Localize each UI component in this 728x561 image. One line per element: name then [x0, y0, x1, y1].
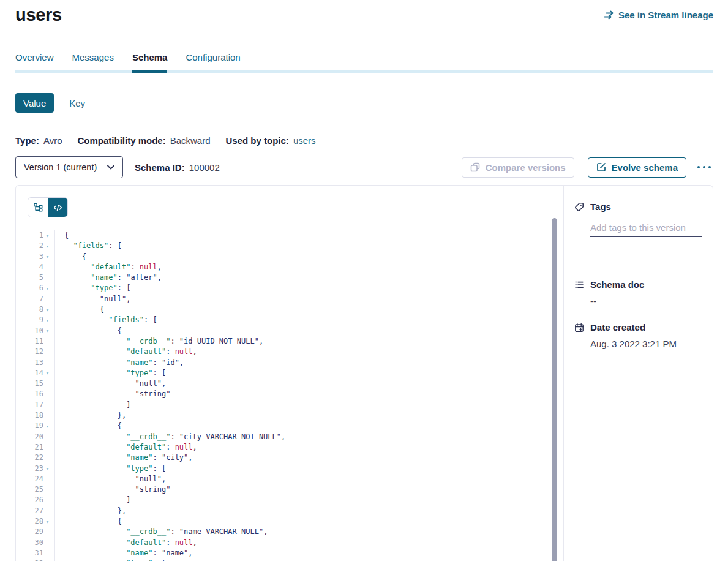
fold-arrow-icon[interactable]: [43, 516, 51, 527]
code-line: 30 "default": null,: [16, 538, 563, 548]
code-line-text: "fields": [: [55, 315, 157, 325]
line-number: 15: [26, 378, 43, 389]
tree-view-button[interactable]: [28, 198, 48, 217]
more-actions-button[interactable]: [695, 162, 713, 172]
stream-lineage-icon: [604, 10, 614, 20]
code-line: 32 "type": [: [16, 559, 563, 561]
code-line: 5 "name": "after",: [16, 273, 563, 283]
schema-panel: 1{2 "fields": [3 {4 "default": null,5 "n…: [15, 185, 713, 561]
used-by-topic-label: Used by topic:: [226, 135, 289, 146]
page-title: users: [15, 5, 62, 25]
meta-type: Type: Avro: [15, 135, 62, 146]
code-view-icon: [53, 203, 62, 212]
line-gutter: 3: [16, 252, 55, 262]
key-toggle-button[interactable]: Key: [69, 98, 85, 108]
line-number: 21: [26, 442, 43, 453]
line-gutter: 8: [16, 304, 55, 315]
compare-versions-button[interactable]: Compare versions: [462, 157, 574, 178]
tab-bar: Overview Messages Schema Configuration: [15, 52, 713, 73]
fold-arrow-icon[interactable]: [43, 559, 51, 561]
version-select-value: Version 1 (current): [24, 162, 97, 172]
code-line: 14 "type": [: [16, 368, 563, 378]
fold-arrow-icon[interactable]: [43, 241, 51, 252]
fold-arrow-icon[interactable]: [43, 367, 51, 378]
code-line-text: "type": [: [55, 283, 130, 293]
code-line-text: "null",: [55, 378, 166, 389]
code-line: 23 "type": [: [16, 464, 563, 474]
evolve-schema-button[interactable]: Evolve schema: [588, 157, 686, 178]
tab-configuration[interactable]: Configuration: [186, 52, 240, 73]
code-line: 2 "fields": [: [16, 241, 563, 251]
code-line: 7 "null",: [16, 294, 563, 304]
line-gutter: 6: [16, 283, 55, 293]
tab-schema[interactable]: Schema: [132, 52, 168, 73]
compatibility-label: Compatibility mode:: [77, 135, 165, 146]
line-gutter: 22: [16, 453, 55, 463]
compatibility-value: Backward: [170, 135, 211, 146]
line-gutter: 7: [16, 294, 55, 304]
code-line: 15 "null",: [16, 378, 563, 389]
line-gutter: 2: [16, 241, 55, 251]
code-line: 6 "type": [: [16, 283, 563, 293]
tag-icon: [574, 202, 584, 212]
code-line-text: "string": [55, 484, 170, 495]
code-line: 29 "__crdb__": "name VARCHAR NULL",: [16, 527, 563, 537]
line-gutter: 16: [16, 389, 55, 399]
schema-id-value: 100002: [189, 162, 220, 173]
fold-arrow-icon[interactable]: [43, 251, 51, 262]
line-number: 13: [26, 358, 43, 368]
schema-page: users See in Stream lineage Overview Mes…: [0, 0, 728, 561]
tab-overview[interactable]: Overview: [15, 52, 54, 73]
line-gutter: 27: [16, 506, 55, 516]
line-number: 23: [26, 464, 43, 474]
fold-arrow-icon[interactable]: [43, 315, 51, 326]
version-toolbar: Version 1 (current) Schema ID: 100002 Co…: [15, 156, 713, 178]
chevron-down-icon: [107, 165, 114, 170]
meta-used-by-topic: Used by topic: users: [226, 135, 316, 146]
line-number: 18: [26, 410, 43, 421]
line-gutter: 18: [16, 410, 55, 421]
editor-scrollbar-thumb[interactable]: [552, 218, 557, 561]
line-number: 25: [26, 484, 43, 495]
value-key-toggle: Value Key: [15, 93, 713, 113]
code-line-text: {: [55, 326, 122, 336]
line-gutter: 4: [16, 262, 55, 273]
line-number: 6: [26, 283, 43, 293]
code-line-text: "__crdb__": "name VARCHAR NULL",: [55, 527, 268, 537]
code-line: 10 {: [16, 326, 563, 336]
fold-arrow-icon[interactable]: [43, 325, 51, 336]
value-toggle-button[interactable]: Value: [15, 93, 54, 113]
fold-arrow-icon[interactable]: [43, 421, 51, 432]
line-number: 1: [26, 230, 43, 241]
line-gutter: 25: [16, 484, 55, 495]
code-line: 17 ]: [16, 400, 563, 410]
tab-messages[interactable]: Messages: [72, 52, 114, 73]
fold-arrow-icon[interactable]: [43, 283, 51, 294]
fold-arrow-icon[interactable]: [43, 230, 51, 241]
type-value: Avro: [43, 135, 62, 146]
line-number: 3: [26, 252, 43, 262]
line-gutter: 1: [16, 230, 55, 241]
line-gutter: 19: [16, 421, 55, 431]
code-view-button[interactable]: [48, 198, 67, 217]
add-tags-input[interactable]: [590, 220, 702, 237]
code-line-text: {: [55, 421, 122, 431]
version-select[interactable]: Version 1 (current): [15, 156, 123, 178]
fold-arrow-icon[interactable]: [43, 304, 51, 315]
code-line-text: "name": "id",: [55, 358, 184, 368]
line-number: 31: [26, 548, 43, 559]
code-line-text: "string": [55, 389, 170, 399]
line-number: 27: [26, 506, 43, 516]
see-in-stream-lineage-link[interactable]: See in Stream lineage: [604, 10, 713, 20]
line-number: 10: [26, 326, 43, 336]
used-by-topic-link[interactable]: users: [293, 135, 316, 146]
code-line: 24 "null",: [16, 474, 563, 484]
line-number: 29: [26, 527, 43, 537]
code-line-text: "name": "after",: [55, 273, 162, 283]
code-line-text: {: [55, 516, 122, 527]
fold-arrow-icon[interactable]: [43, 463, 51, 474]
meta-compatibility: Compatibility mode: Backward: [77, 135, 210, 146]
code-line: 21 "default": null,: [16, 442, 563, 453]
line-number: 9: [26, 315, 43, 325]
schema-id-label: Schema ID:: [135, 162, 185, 173]
